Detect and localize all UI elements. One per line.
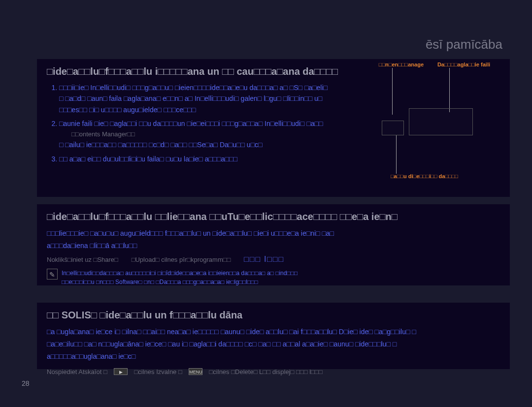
diagram-area bbox=[382, 108, 480, 138]
callout-label-3: □a□□u di□e□□□i□□ da□□□□ bbox=[391, 173, 458, 179]
page-header: ēsī pamīcāba bbox=[426, 37, 502, 52]
section-1-title: □ide□a□□lu□f□□□a□□lu i□□□□□ana un □□ cau… bbox=[47, 66, 500, 77]
link-upload: □Upload□ cilnes pīr□kprogramm□□ bbox=[132, 256, 231, 263]
connector-line-3 bbox=[396, 135, 397, 174]
section-3: □□ SOLIS□ □ide□a□□lu un f□□□a□□lu dāna □… bbox=[37, 303, 510, 369]
item-2-sub-b: □ □ailu□ ie□□□a□□ □a□□□□□ □c□d□ □a□□ □□S… bbox=[59, 139, 500, 150]
link-share: Noklikš□iniet uz □Share□ bbox=[47, 256, 118, 263]
action-tabs-1: □cilnes Izvalne □ bbox=[134, 368, 182, 376]
callout-label-2: Da□□□□agla□□ie faili bbox=[437, 62, 490, 67]
section-3-body-3: a□□□□□a□□ugla□ana□ ie□c□ bbox=[47, 350, 500, 363]
play-icon: ▶ bbox=[114, 368, 128, 375]
instruction-item-3: □□ a□a□ ei□□ du□ul□□li□i□u faila□ □u□u l… bbox=[59, 154, 500, 164]
section-2-body-1: □□□lie□□□ie□ □a□u□u□ augu□ield□□□ f□□□a□… bbox=[47, 227, 500, 240]
section-3-title: □□ SOLIS□ □ide□a□□lu un f□□□a□□lu dāna bbox=[47, 310, 500, 321]
menu-icon: MENU bbox=[189, 368, 202, 375]
connector-line-1 bbox=[392, 68, 393, 115]
connector-line-2 bbox=[449, 68, 450, 112]
diagram-box-large bbox=[409, 108, 473, 135]
section-2-title: □ide□a□□lu□f□□□a□□lu □□lie□□ana □□uTu□e□… bbox=[47, 211, 500, 222]
note-line-1: In□elli□□udi□□da□□□a□ au□□□□□i□i □i□īd□i… bbox=[62, 269, 298, 278]
callout-label-1: □□n□en□□□anage bbox=[379, 62, 424, 67]
diagram-box-small bbox=[382, 121, 404, 135]
action-playback: Nospiediet Atskaīot □ bbox=[47, 368, 107, 376]
note-icon: ✎ bbox=[47, 269, 58, 280]
note-line-2: □□e□□□i□□u □n□□□ Software□ □n□ □Da□□□a □… bbox=[62, 278, 298, 286]
item-1-text: □□□ii□ie□ In□elli□□udi□ □□□g□a□□u□ □ieie… bbox=[59, 84, 328, 92]
section-3-body-2: □a□e□ilu□□ □a□ n□□ugla□āna□ ie□ce□ □au i… bbox=[47, 338, 500, 350]
action-tabs-2: □cilnes □Delete□ L□□ displej□ □□□ l□□□ bbox=[209, 368, 323, 376]
item-2-text: □aunie faili □ie□ □agla□□i □□u da□□□□un … bbox=[59, 120, 323, 127]
item-1-sub-a: □ □a□d□ □aun□ faila □agla□ana□ e□□n□ a□ … bbox=[59, 93, 500, 104]
section-2-body-2: a□□□da□iena □li□□ā a□□lu□□ bbox=[47, 240, 500, 252]
page-number: 28 bbox=[22, 379, 30, 387]
link-more: □□□ l□□□ bbox=[244, 255, 284, 263]
section-2: □ide□a□□lu□f□□□a□□lu □□lie□□ana □□uTu□e□… bbox=[37, 204, 510, 285]
section-3-body-1: □a □ugla□ana□ ie□ce i□ □ilna□ □□ai□□ nea… bbox=[47, 326, 500, 338]
item-3-text: □□ a□a□ ei□□ du□ul□□li□i□u faila□ □u□u l… bbox=[59, 155, 237, 163]
section-1: □ide□a□□lu□f□□□a□□lu i□□□□□ana un □□ cau… bbox=[37, 59, 510, 197]
note-row: ✎ In□elli□□udi□□da□□□a□ au□□□□□i□i □i□īd… bbox=[47, 269, 500, 286]
